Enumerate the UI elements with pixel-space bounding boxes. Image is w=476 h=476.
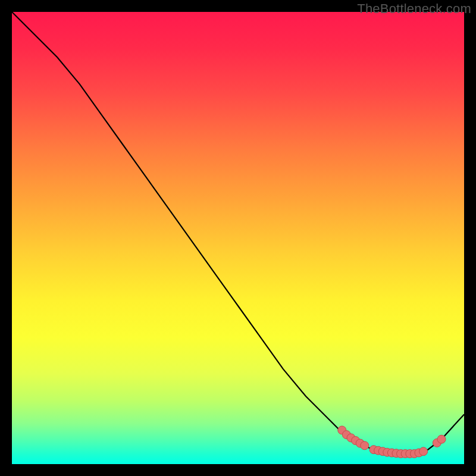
chart-frame: TheBottleneck.com [0,0,476,476]
chart-marker [437,435,446,443]
chart-overlay [12,12,464,464]
chart-marker [419,447,428,456]
chart-markers [338,426,446,458]
chart-curve [12,12,464,454]
watermark-text: TheBottleneck.com [357,1,471,17]
chart-marker [361,441,369,450]
